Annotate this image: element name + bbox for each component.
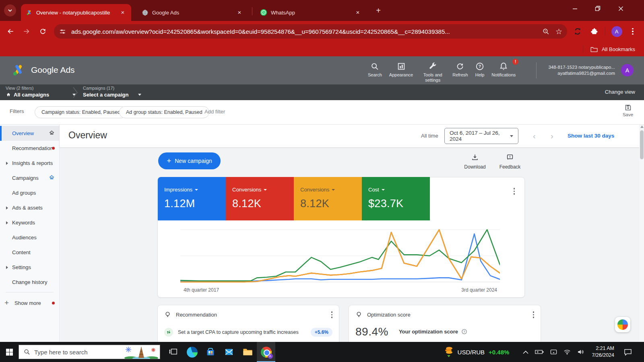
google-ads-logo[interactable]: Google Ads	[11, 63, 75, 77]
add-filter-button[interactable]: Add filter	[204, 109, 225, 115]
all-bookmarks-button[interactable]: All Bookmarks	[602, 46, 635, 52]
header-nav: Search Appearance Tools and settings Ref…	[364, 60, 519, 84]
sidebar-item-campaigns[interactable]: Campaigns	[0, 171, 59, 185]
tab-close-icon[interactable]: ×	[119, 9, 126, 16]
sidebar-label: Insights & reports	[12, 160, 53, 166]
sidebar-label: Ads & assets	[12, 205, 43, 211]
currency-ticker[interactable]: USD/RUB +0.48%	[444, 346, 510, 358]
chrome-taskbar-icon[interactable]: A	[257, 342, 275, 362]
mail-taskbar-icon[interactable]	[220, 342, 238, 362]
volume-tray-icon[interactable]	[577, 349, 584, 355]
tab-overview[interactable]: Overview - notarypublicapostille ×	[21, 4, 131, 21]
metric-value: 8.12K	[232, 197, 294, 210]
sidebar-item-audiences[interactable]: Audiences	[0, 230, 59, 245]
campaign-selector[interactable]: Campaigns (17) Select a campaign	[83, 86, 141, 98]
task-view-button[interactable]	[164, 342, 183, 362]
taskbar-search-box[interactable]	[19, 345, 160, 359]
store-taskbar-icon[interactable]	[201, 342, 220, 362]
battery-tray-icon[interactable]	[535, 350, 544, 354]
sidebar-item-content[interactable]: Content	[0, 245, 59, 260]
sidebar-item-insights-reports[interactable]: Insights & reports	[0, 156, 59, 171]
sidebar-item-settings[interactable]: Settings	[0, 260, 59, 275]
tab-close-icon[interactable]: ×	[354, 9, 361, 16]
filter-chip-campaign-status[interactable]: Campaign status: Enabled, Paused	[35, 106, 127, 118]
sidebar-item-ads-assets[interactable]: Ads & assets	[0, 200, 59, 215]
prev-period-button[interactable]: ‹	[533, 132, 536, 141]
show-last-30-days-link[interactable]: Show last 30 days	[568, 133, 614, 139]
chart-canvas	[180, 226, 500, 284]
next-period-button[interactable]: ›	[551, 132, 553, 141]
tab-whatsapp[interactable]: WhatsApp ×	[255, 4, 366, 21]
account-info[interactable]: 348-817-1523 notarypublicapo... ayatfati…	[548, 64, 615, 76]
date-range-value: Oct 6, 2017 – Jul 26, 2024	[450, 130, 510, 142]
puzzle-icon	[590, 27, 598, 35]
device-tray-icon[interactable]	[550, 349, 557, 355]
new-tab-button[interactable]: +	[374, 6, 383, 16]
nav-help[interactable]: ? Help	[472, 60, 488, 84]
address-bar[interactable]: ads.google.com/aw/overview?ocid=24252086…	[54, 24, 567, 39]
card-menu-button[interactable]	[331, 311, 333, 318]
scrollbar-thumb[interactable]	[640, 130, 644, 159]
change-view-button[interactable]: Change view	[605, 89, 635, 95]
ticker-change: +0.48%	[489, 349, 509, 356]
nav-appearance[interactable]: Appearance	[386, 60, 417, 84]
back-button[interactable]	[2, 23, 19, 39]
filter-chip-adgroup-status[interactable]: Ad group status: Enabled, Paused	[119, 106, 209, 118]
nav-search[interactable]: Search	[364, 60, 386, 84]
sidebar-show-more[interactable]: + Show more	[0, 295, 59, 311]
date-range-selector[interactable]: Oct 6, 2017 – Jul 26, 2024	[444, 128, 518, 144]
card-menu-button[interactable]	[533, 311, 535, 318]
tab-search-button[interactable]	[4, 4, 16, 16]
url-text[interactable]: ads.google.com/aw/overview?ocid=24252086…	[71, 28, 537, 35]
search-input[interactable]	[34, 349, 119, 356]
new-campaign-button[interactable]: + New campaign	[158, 152, 221, 169]
bookmark-star-icon[interactable]: ☆	[555, 27, 562, 36]
wifi-tray-icon[interactable]	[564, 349, 571, 355]
chart-menu-button[interactable]	[514, 188, 515, 195]
tab-close-icon[interactable]: ×	[236, 9, 243, 16]
download-button[interactable]: Download	[460, 154, 489, 170]
extensions-button[interactable]	[586, 23, 602, 39]
save-filter-button[interactable]: Save	[617, 104, 639, 117]
window-close-button[interactable]	[609, 0, 632, 17]
google-ads-logo-icon	[11, 63, 26, 77]
nav-tools-settings[interactable]: Tools and settings	[417, 60, 449, 84]
tab-google-ads[interactable]: Google Ads ×	[137, 4, 248, 21]
view-selector[interactable]: View (2 filters) All campaigns	[6, 86, 76, 98]
scrollbar-up-arrow[interactable]	[640, 125, 644, 128]
tray-expand-button[interactable]	[523, 350, 528, 354]
file-explorer-taskbar-icon[interactable]	[238, 342, 257, 362]
recommendation-item[interactable]: Set a target CPA to capture upcoming tra…	[164, 328, 332, 337]
start-button[interactable]	[0, 342, 19, 362]
zoom-button[interactable]	[542, 28, 550, 35]
sidebar-item-recommendations[interactable]: Recommendations	[0, 141, 59, 156]
browser-menu-button[interactable]	[625, 23, 641, 39]
metric-label: Impressions	[164, 187, 192, 193]
window-minimize-button[interactable]	[564, 0, 586, 17]
edge-taskbar-icon[interactable]	[183, 342, 201, 362]
metric-cost[interactable]: Cost $23.7K	[362, 177, 430, 220]
whatsapp-favicon	[260, 9, 267, 16]
reload-button[interactable]	[35, 23, 51, 39]
floating-widget[interactable]	[615, 317, 630, 332]
window-restore-button[interactable]	[586, 0, 609, 17]
taskbar-clock[interactable]: 2:21 AM 7/26/2024	[592, 345, 614, 359]
sidebar-item-ad-groups[interactable]: Ad groups	[0, 185, 59, 200]
browser-profile-button[interactable]: A	[609, 23, 625, 39]
forward-button[interactable]	[19, 23, 35, 39]
feedback-button[interactable]: Feedback	[495, 154, 524, 170]
metric-conversions-yellow[interactable]: Conversions 8.12K	[294, 177, 362, 220]
metric-impressions[interactable]: Impressions 1.12M	[158, 177, 226, 220]
extension-sync-button[interactable]	[570, 23, 586, 39]
nav-refresh[interactable]: Refresh	[449, 60, 472, 84]
sidebar-item-overview[interactable]: Overview	[0, 126, 59, 141]
action-center-button[interactable]	[624, 349, 632, 356]
sidebar-item-change-history[interactable]: Change history	[0, 275, 59, 290]
help-icon: ?	[475, 62, 484, 71]
metric-conversions-red[interactable]: Conversions 8.12K	[226, 177, 294, 220]
help-circle-icon[interactable]: ?	[461, 329, 467, 335]
chevron-down-icon	[510, 135, 513, 137]
nav-notifications[interactable]: Notifications !	[488, 60, 519, 84]
account-avatar[interactable]: A	[621, 64, 634, 76]
sidebar-item-keywords[interactable]: Keywords	[0, 215, 59, 230]
